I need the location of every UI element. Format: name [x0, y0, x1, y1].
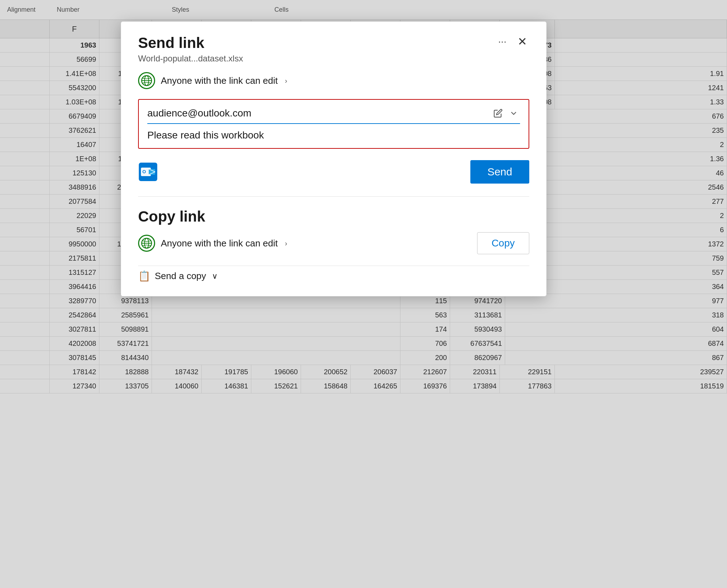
copy-link-left[interactable]: Anyone with the link can edit ›: [138, 235, 287, 252]
message-input[interactable]: [147, 130, 520, 141]
permission-chevron-right: ›: [285, 77, 288, 85]
close-icon: ✕: [518, 35, 527, 48]
email-actions: [492, 107, 520, 120]
email-input[interactable]: [147, 108, 487, 119]
send-button[interactable]: Send: [470, 160, 529, 184]
copy-link-title: Copy link: [138, 208, 529, 225]
copy-permission-text: Anyone with the link can edit: [161, 238, 278, 249]
copy-link-row: Anyone with the link can edit › Copy: [138, 232, 529, 254]
send-copy-row[interactable]: 📋 Send a copy ∨: [138, 266, 529, 282]
expand-button[interactable]: [507, 107, 520, 120]
copy-link-globe-icon: [138, 235, 155, 252]
outlook-icon-wrap: O: [138, 162, 158, 182]
modal-header: Send link ··· ✕: [138, 34, 529, 51]
send-permission-row[interactable]: Anyone with the link can edit ›: [138, 72, 529, 89]
globe-svg: [140, 74, 153, 87]
send-link-modal: Send link ··· ✕ World-populat...dataset.…: [121, 21, 547, 296]
globe-icon: [138, 72, 155, 89]
send-copy-chevron-icon: ∨: [212, 272, 218, 281]
section-divider: [138, 196, 529, 197]
edit-button[interactable]: [492, 107, 504, 120]
copy-permission-chevron: ›: [285, 239, 288, 247]
copy-button[interactable]: Copy: [477, 232, 529, 254]
send-permission-text: Anyone with the link can edit: [161, 75, 278, 86]
copy-globe-svg: [140, 236, 153, 250]
svg-rect-6: [149, 169, 155, 175]
modal-filename: World-populat...dataset.xlsx: [138, 54, 529, 64]
svg-text:O: O: [142, 169, 146, 174]
send-area: O Send: [138, 160, 529, 184]
modal-header-actions: ··· ✕: [495, 34, 529, 49]
email-input-area: [138, 99, 529, 149]
modal-close-button[interactable]: ✕: [515, 34, 529, 49]
modal-title: Send link: [138, 34, 204, 51]
pencil-icon: [493, 109, 503, 118]
send-copy-document-icon: 📋: [138, 270, 151, 282]
outlook-icon: O: [139, 163, 157, 181]
send-copy-label: Send a copy: [155, 271, 206, 282]
email-row: [147, 107, 520, 124]
modal-more-button[interactable]: ···: [495, 34, 509, 49]
more-icon: ···: [498, 36, 506, 47]
chevron-down-icon: [509, 109, 518, 118]
